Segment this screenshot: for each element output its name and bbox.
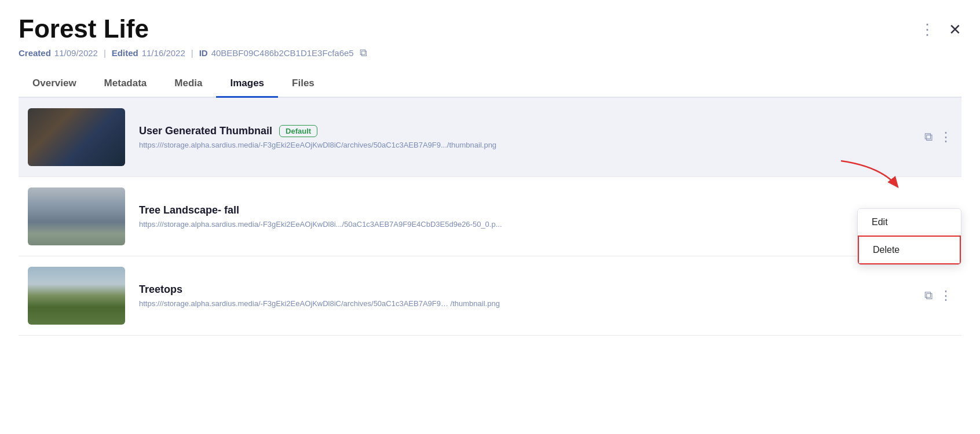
copy-url-button-1[interactable]: ⧉ bbox=[924, 130, 933, 144]
image-name-3: Treetops bbox=[139, 284, 182, 296]
image-info-3: Treetops https:///storage.alpha.sardius.… bbox=[139, 284, 917, 308]
more-button-1[interactable]: ⋮ bbox=[937, 127, 955, 147]
image-thumbnail-2 bbox=[28, 187, 125, 245]
image-url-1: https:///storage.alpha.sardius.media/-F3… bbox=[139, 141, 776, 149]
image-url-2: https:///storage.alpha.sardius.media/-F3… bbox=[139, 220, 776, 229]
page-title: Forest Life bbox=[19, 14, 149, 45]
copy-id-button[interactable]: ⧉ bbox=[360, 47, 367, 59]
tab-media[interactable]: Media bbox=[160, 71, 216, 98]
dropdown-delete[interactable]: Delete bbox=[858, 236, 961, 264]
image-item-3: Treetops https:///storage.alpha.sardius.… bbox=[19, 256, 961, 336]
meta-row: Created 11/09/2022 | Edited 11/16/2022 |… bbox=[19, 47, 961, 59]
created-date: 11/09/2022 bbox=[54, 48, 98, 58]
id-value: 40BEBF09C486b2CB1D1E3Fcfa6e5 bbox=[211, 48, 354, 58]
image-name-1: User Generated Thumbnail bbox=[139, 125, 272, 137]
edited-label: Edited bbox=[112, 48, 138, 58]
copy-url-button-3[interactable]: ⧉ bbox=[924, 289, 933, 302]
item-actions-1: ⧉ ⋮ bbox=[924, 127, 955, 147]
image-thumbnail-3 bbox=[28, 267, 125, 325]
tab-files[interactable]: Files bbox=[278, 71, 328, 98]
image-item-2: Tree Landscape- fall https:///storage.al… bbox=[19, 177, 961, 256]
tab-images[interactable]: Images bbox=[216, 71, 278, 98]
image-info-1: User Generated Thumbnail Default https:/… bbox=[139, 125, 917, 149]
edited-date: 11/16/2022 bbox=[142, 48, 185, 58]
header-more-button[interactable]: ⋮ bbox=[915, 19, 939, 41]
images-list: User Generated Thumbnail Default https:/… bbox=[19, 98, 961, 336]
image-thumbnail-1 bbox=[28, 108, 125, 166]
image-item-1: User Generated Thumbnail Default https:/… bbox=[19, 98, 961, 177]
close-button[interactable]: ✕ bbox=[949, 21, 961, 39]
image-name-2: Tree Landscape- fall bbox=[139, 204, 239, 216]
id-label: ID bbox=[199, 48, 208, 58]
context-dropdown-menu: Edit Delete bbox=[857, 208, 961, 265]
image-info-2: Tree Landscape- fall https:///storage.al… bbox=[139, 204, 917, 229]
dropdown-edit[interactable]: Edit bbox=[858, 209, 961, 236]
default-badge-1: Default bbox=[279, 125, 317, 137]
created-label: Created bbox=[19, 48, 51, 58]
tab-metadata[interactable]: Metadata bbox=[90, 71, 161, 98]
item-actions-3: ⧉ ⋮ bbox=[924, 286, 955, 306]
tabs-row: Overview Metadata Media Images Files bbox=[19, 71, 961, 98]
tab-overview[interactable]: Overview bbox=[19, 71, 90, 98]
image-url-3: https:///storage.alpha.sardius.media/-F3… bbox=[139, 299, 776, 308]
more-button-3[interactable]: ⋮ bbox=[937, 286, 955, 306]
